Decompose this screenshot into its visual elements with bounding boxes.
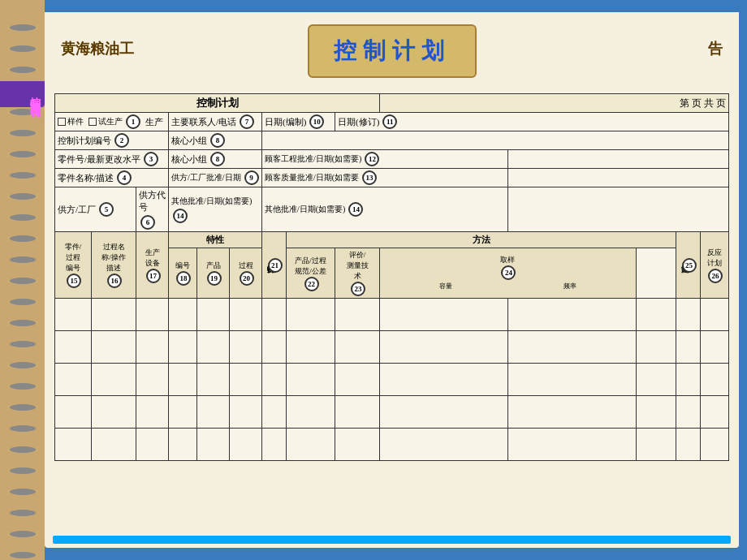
bottom-accent-line [53, 536, 731, 544]
control-plan-table: 控制计划 第 页 共 页 样件 试生产 1 生产 主要联系人/电话 7 [54, 93, 729, 461]
spiral-ring [10, 489, 36, 495]
spiral-ring [10, 214, 36, 221]
spiral-ring [10, 341, 36, 347]
form-row-5: 供方/工厂 5 供方代号 6 其他批准/日期(如需要) 14 [55, 187, 729, 232]
spiral-ring [10, 510, 36, 516]
spiral-ring [10, 24, 36, 31]
spiral-ring [10, 172, 36, 179]
page-title: 控制计划 [334, 36, 451, 67]
spiral-ring [10, 404, 36, 411]
form-row-4: 零件名称/描述 4 供方/工厂批准/日期 9 顾客质量批准/日期(如需要 13 [55, 169, 729, 187]
spiral-ring [10, 467, 36, 474]
form-row-2: 控制计划编号 2 核心小组 8 [55, 131, 729, 150]
spiral-ring [10, 552, 36, 558]
spiral-ring [10, 531, 36, 537]
spiral-ring [10, 446, 36, 453]
spiral-ring [10, 278, 36, 284]
spiral-ring [10, 362, 36, 368]
content-area: 控制计划 第 页 共 页 样件 试生产 1 生产 主要联系人/电话 7 [45, 85, 739, 532]
title-box: 控制计划 [308, 24, 477, 78]
main-paper: 黄海粮油工 控制计划 告 控制计划 第 页 共 页 样件 试生产 1 生产 [45, 12, 739, 548]
form-row-3: 零件号/最新更改水平 3 核心小组 8 顾客工程批准/日期(如需要) 12 [55, 150, 729, 169]
page-header: 黄海粮油工 控制计划 告 [45, 12, 739, 85]
spiral-ring [10, 425, 36, 432]
data-row-1 [55, 299, 729, 331]
spiral-ring [10, 299, 36, 305]
spiral-ring [10, 320, 36, 326]
spiral-ring [10, 235, 36, 242]
spiral-ring [10, 45, 36, 52]
page-info: 第 页 共 页 [380, 94, 729, 113]
report-label: 告 [708, 39, 731, 58]
column-header-row: 零件/过程编号 15 过程名称/操作描述 16 生产设备 17 特性 特殊特性类… [55, 232, 729, 248]
spiral-ring [10, 193, 36, 200]
spiral-ring [10, 130, 36, 136]
spiral-ring [10, 67, 36, 73]
data-row-2 [55, 331, 729, 364]
form-row-1: 样件 试生产 1 生产 主要联系人/电话 7 日期(编制) 10 [55, 113, 729, 131]
spiral-ring [10, 151, 36, 157]
data-row-4 [55, 396, 729, 429]
spiral-ring [10, 256, 36, 263]
spiral-ring [10, 383, 36, 390]
data-row-3 [55, 364, 729, 396]
left-tab-label: 控制计划管理说明 [0, 81, 45, 107]
table-title-row: 控制计划 第 页 共 页 [55, 94, 729, 113]
table-title: 控制计划 [55, 94, 380, 113]
data-row-5 [55, 429, 729, 461]
spiral-ring [10, 109, 36, 115]
